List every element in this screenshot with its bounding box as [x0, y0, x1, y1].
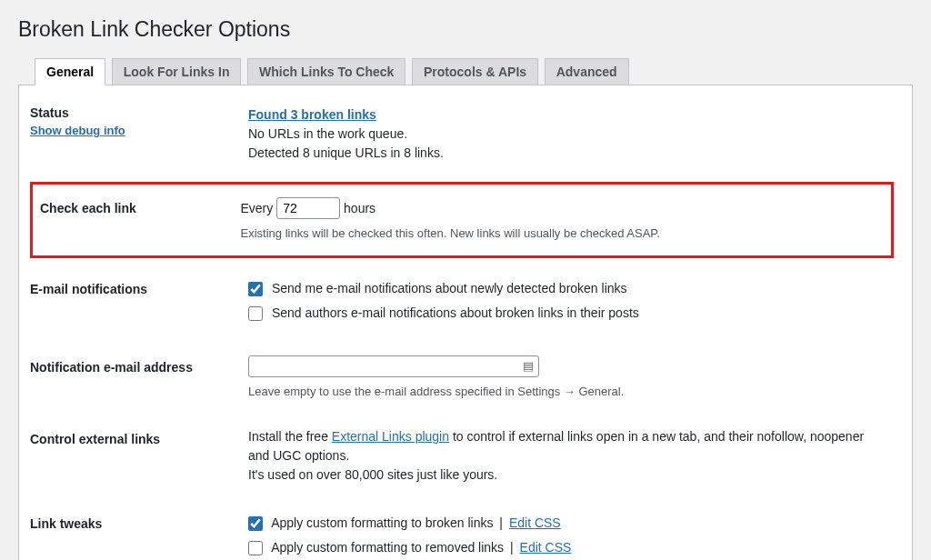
notify-authors-checkbox[interactable] — [248, 306, 263, 321]
found-broken-links-link[interactable]: Found 3 broken links — [248, 107, 376, 122]
separator: | — [510, 540, 514, 555]
control-external-links-heading: Control external links — [30, 414, 239, 498]
queue-status-text: No URLs in the work queue. — [248, 126, 407, 141]
notification-email-heading: Notification e-mail address — [30, 342, 239, 415]
tab-content: Status Show debug info Found 3 broken li… — [18, 85, 913, 560]
tab-protocols-apis[interactable]: Protocols & APIs — [412, 58, 538, 85]
removed-links-formatting-label: Apply custom formatting to removed links — [271, 540, 504, 555]
check-interval-prefix: Every — [241, 201, 274, 215]
external-links-plugin-link[interactable]: External Links plugin — [332, 429, 449, 444]
removed-links-formatting-checkbox[interactable] — [248, 541, 263, 555]
tab-bar: General Look For Links In Which Links To… — [18, 58, 913, 85]
link-tweaks-heading: Link tweaks — [30, 498, 239, 560]
edit-css-broken-link[interactable]: Edit CSS — [509, 515, 561, 530]
show-debug-info-link[interactable]: Show debug info — [30, 124, 125, 137]
check-interval-desc: Existing links will be checked this ofte… — [241, 225, 883, 243]
edit-css-removed-link[interactable]: Edit CSS — [520, 540, 572, 555]
broken-links-formatting-label: Apply custom formatting to broken links — [271, 515, 493, 530]
tab-advanced[interactable]: Advanced — [545, 58, 629, 85]
notify-me-checkbox[interactable] — [248, 282, 263, 296]
tab-general[interactable]: General — [35, 58, 105, 85]
detected-urls-text: Detected 8 unique URLs in 8 links. — [248, 145, 444, 160]
page-title: Broken Link Checker Options — [18, 9, 913, 45]
tab-look-for-links-in[interactable]: Look For Links In — [112, 58, 242, 85]
tab-which-links-to-check[interactable]: Which Links To Check — [247, 58, 405, 85]
broken-links-formatting-checkbox[interactable] — [248, 516, 263, 531]
external-links-line2: It's used on over 80,000 sites just like… — [248, 467, 497, 482]
check-each-link-heading: Check each link — [32, 184, 241, 257]
status-heading: Status — [30, 105, 69, 120]
separator: | — [499, 515, 503, 530]
notification-email-desc: Leave empty to use the e-mail address sp… — [248, 383, 885, 401]
email-notifications-heading: E-mail notifications — [30, 264, 239, 342]
notify-authors-label: Send authors e-mail notifications about … — [272, 305, 639, 320]
notification-email-input[interactable] — [248, 355, 539, 377]
check-interval-suffix: hours — [344, 201, 375, 215]
notify-me-label: Send me e-mail notifications about newly… — [272, 281, 627, 295]
external-links-pre: Install the free — [248, 429, 332, 444]
check-interval-input[interactable] — [276, 197, 340, 219]
